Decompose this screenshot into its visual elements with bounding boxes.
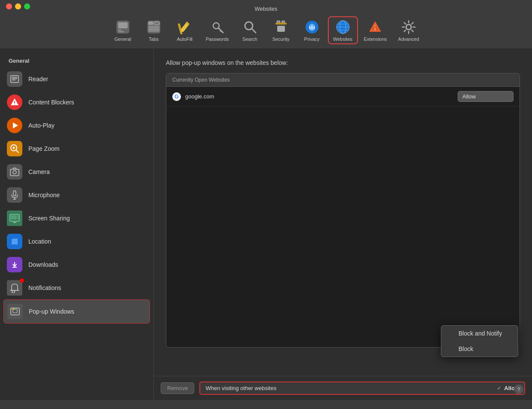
toolbar-item-tabs[interactable]: Tabs <box>139 16 169 44</box>
advanced-label: Advanced <box>398 37 419 42</box>
sidebar-item-popup-windows[interactable]: Pop-up Windows <box>3 299 150 324</box>
websites-icon <box>335 19 351 35</box>
sidebar-item-content-blockers[interactable]: Content Blockers <box>0 91 153 114</box>
page-zoom-icon <box>7 141 22 156</box>
sidebar: General Reader Conte <box>0 49 154 400</box>
site-allow-dropdown[interactable]: Allow Block Block and Notify <box>458 91 514 102</box>
window-controls[interactable] <box>6 3 30 9</box>
svg-rect-7 <box>148 26 159 32</box>
toolbar-item-security[interactable]: Security <box>266 16 296 44</box>
sidebar-item-screen-sharing[interactable]: Screen Sharing <box>0 207 153 230</box>
svg-rect-16 <box>277 26 285 32</box>
dropdown-popup: Block and Notify Block <box>441 325 518 357</box>
search-label: Search <box>242 37 257 42</box>
websites-table: Currently Open Websites G google.com All… <box>166 73 520 348</box>
minimize-button[interactable] <box>15 3 21 9</box>
titlebar: Websites <box>0 0 532 13</box>
camera-label: Camera <box>28 168 50 175</box>
sidebar-item-downloads[interactable]: Downloads <box>0 253 153 276</box>
svg-rect-64 <box>18 215 18 220</box>
maximize-button[interactable] <box>24 3 30 9</box>
svg-rect-45 <box>11 76 18 82</box>
screen-sharing-icon <box>7 211 22 226</box>
help-button[interactable]: ? <box>514 385 523 394</box>
svg-marker-52 <box>13 122 18 128</box>
sidebar-item-notifications[interactable]: Notifications <box>0 276 153 299</box>
block-and-notify-label: Block and Notify <box>459 330 502 337</box>
svg-line-15 <box>251 28 256 33</box>
svg-rect-6 <box>154 21 159 25</box>
reader-icon <box>7 71 22 87</box>
notifications-icon <box>7 280 22 296</box>
svg-line-44 <box>404 30 406 32</box>
camera-icon <box>7 164 22 180</box>
toolbar-item-autofill[interactable]: AutoFill <box>170 16 200 44</box>
search-icon <box>242 19 258 35</box>
window-title: Websites <box>254 6 277 12</box>
websites-label: Websites <box>333 37 352 42</box>
block-label: Block <box>459 345 473 352</box>
svg-rect-59 <box>13 191 16 196</box>
sidebar-item-auto-play[interactable]: Auto-Play <box>0 114 153 137</box>
google-icon: G <box>172 92 181 101</box>
svg-point-75 <box>12 308 13 310</box>
svg-line-41 <box>404 23 406 24</box>
dropdown-option-block-and-notify[interactable]: Block and Notify <box>441 326 518 341</box>
svg-rect-63 <box>11 215 17 220</box>
svg-rect-74 <box>13 309 17 313</box>
popup-windows-label: Pop-up Windows <box>29 308 74 315</box>
toolbar-item-passwords[interactable]: Passwords <box>201 16 234 44</box>
google-g-letter: G <box>174 93 179 100</box>
toolbar-item-advanced[interactable]: Advanced <box>393 16 424 44</box>
toolbar-item-search[interactable]: Search <box>235 16 265 44</box>
toolbar-item-privacy[interactable]: Privacy <box>297 16 327 44</box>
microphone-label: Microphone <box>28 192 60 198</box>
other-websites-label: When visiting other websites <box>205 385 276 391</box>
advanced-icon <box>401 19 417 35</box>
svg-rect-1 <box>118 22 128 28</box>
screen-sharing-label: Screen Sharing <box>28 215 70 222</box>
general-label: General <box>114 37 131 42</box>
extensions-icon <box>367 19 383 35</box>
toolbar-item-extensions[interactable]: Extensions <box>359 16 392 44</box>
passwords-label: Passwords <box>206 37 229 42</box>
main-content: General Reader Conte <box>0 49 532 400</box>
svg-line-42 <box>412 30 413 32</box>
passwords-icon <box>209 19 226 35</box>
toolbar: General Tabs AutoFill <box>0 13 532 49</box>
svg-line-54 <box>16 150 18 153</box>
site-name: google.com <box>185 93 214 100</box>
sidebar-item-microphone[interactable]: Microphone <box>0 183 153 207</box>
page-zoom-label: Page Zoom <box>28 145 59 152</box>
dropdown-option-block[interactable]: Block <box>441 341 518 357</box>
svg-rect-2 <box>118 30 122 31</box>
svg-marker-67 <box>9 236 20 247</box>
autofill-label: AutoFill <box>177 37 193 42</box>
sidebar-item-reader[interactable]: Reader <box>0 67 153 91</box>
bottom-bar: Remove When visiting other websites ✓ Al… <box>154 376 532 400</box>
svg-point-51 <box>14 104 15 104</box>
security-icon <box>273 19 289 35</box>
table-row-site: G google.com <box>172 92 214 101</box>
svg-line-43 <box>412 23 413 24</box>
content-blockers-icon <box>7 95 22 110</box>
close-button[interactable] <box>6 3 12 9</box>
sidebar-section-title: General <box>0 54 153 67</box>
svg-point-76 <box>13 308 14 310</box>
remove-button[interactable]: Remove <box>161 382 194 394</box>
location-icon <box>7 234 22 249</box>
auto-play-label: Auto-Play <box>28 122 55 129</box>
toolbar-item-websites[interactable]: Websites <box>328 16 358 44</box>
toolbar-item-general[interactable]: General <box>108 16 138 44</box>
sidebar-item-location[interactable]: Location <box>0 230 153 253</box>
general-icon <box>115 19 131 35</box>
sidebar-item-camera[interactable]: Camera <box>0 160 153 183</box>
checkmark-icon: ✓ <box>497 385 501 391</box>
reader-label: Reader <box>28 76 48 82</box>
sidebar-item-page-zoom[interactable]: Page Zoom <box>0 137 153 160</box>
microphone-icon <box>7 187 22 203</box>
svg-rect-17 <box>277 21 280 23</box>
privacy-icon <box>304 19 320 35</box>
other-websites-row[interactable]: When visiting other websites ✓ Allow <box>199 382 525 395</box>
svg-line-12 <box>218 28 223 33</box>
